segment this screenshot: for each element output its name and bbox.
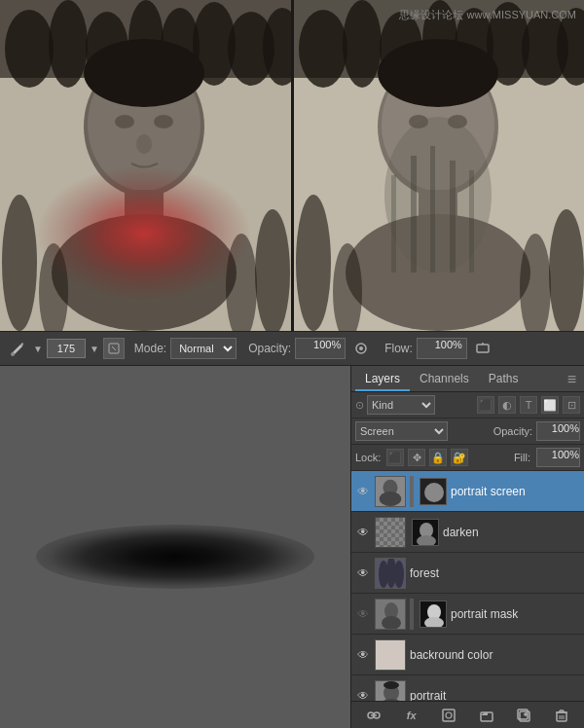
right-figure <box>294 0 585 331</box>
filter-adj-icon[interactable]: ◐ <box>498 396 516 414</box>
layer-name-portrait-mask: portrait mask <box>451 607 580 621</box>
svg-rect-88 <box>443 710 455 721</box>
svg-line-52 <box>112 346 116 350</box>
layer-row-portrait-mask[interactable]: 👁 portrait mask <box>351 594 584 635</box>
tab-layers[interactable]: Layers <box>355 368 410 391</box>
svg-point-59 <box>380 491 402 506</box>
left-figure <box>0 0 291 331</box>
svg-point-61 <box>424 483 444 502</box>
opacity-row-label: Opacity: <box>493 425 532 437</box>
svg-rect-66 <box>376 518 406 548</box>
layer-thumb-portrait-screen <box>375 476 406 507</box>
svg-point-18 <box>2 195 37 331</box>
layers-list: 👁 portrait screen <box>351 471 584 701</box>
fx-btn[interactable]: fx <box>401 705 422 726</box>
svg-rect-44 <box>391 175 396 273</box>
svg-point-26 <box>343 0 382 88</box>
svg-point-76 <box>382 616 401 630</box>
filter-icons: ⬛ ◐ T ⬜ ⊡ <box>477 396 580 414</box>
layer-opacity-input[interactable]: 100% <box>536 421 580 441</box>
layer-row-portrait-screen[interactable]: 👁 portrait screen <box>351 471 584 512</box>
layer-row-darken[interactable]: 👁 <box>351 512 584 553</box>
fill-value-input[interactable]: 100% <box>536 448 580 467</box>
layer-eye-portrait-screen[interactable]: 👁 <box>355 484 371 499</box>
layers-bottom-toolbar: fx <box>351 701 584 728</box>
layer-row-bg-color[interactable]: 👁 backround color <box>351 635 584 675</box>
lock-all-btn[interactable]: 🔒 <box>429 449 447 466</box>
svg-point-46 <box>296 195 331 331</box>
layers-panel-menu[interactable]: ≡ <box>564 369 580 390</box>
filter-pixel-icon[interactable]: ⬛ <box>477 396 494 414</box>
svg-point-35 <box>378 39 498 107</box>
layer-mask-thumb-darken <box>412 519 439 546</box>
layer-name-darken: darken <box>443 526 580 539</box>
brush-dropdown-arrow[interactable]: ▼ <box>33 344 43 354</box>
tab-channels[interactable]: Channels <box>410 368 479 391</box>
canvas-area[interactable] <box>0 366 350 728</box>
lock-position-btn[interactable]: ✥ <box>408 449 425 466</box>
brush-tool-icon[interactable] <box>6 337 29 360</box>
svg-point-17 <box>136 134 152 154</box>
new-layer-btn[interactable] <box>513 705 534 726</box>
opacity-value[interactable]: 100% <box>295 338 346 359</box>
layers-panel: Layers Channels Paths ≡ ⊙ Kind ⬛ ◐ T ⬜ ⊡… <box>350 366 584 728</box>
svg-rect-42 <box>430 146 435 273</box>
blend-mode-select[interactable]: Screen Normal Multiply Overlay Darken <box>355 421 448 441</box>
layers-tabs: Layers Channels Paths ≡ <box>351 366 584 392</box>
brush-options-icon[interactable] <box>103 338 125 359</box>
layer-eye-darken[interactable]: 👁 <box>355 525 371 540</box>
filter-shape-icon[interactable]: ⬜ <box>541 396 559 414</box>
layer-thumb-portrait <box>375 680 406 702</box>
lock-pixels-btn[interactable]: ⬛ <box>386 449 404 466</box>
svg-point-15 <box>115 115 134 128</box>
svg-point-19 <box>255 209 290 331</box>
svg-rect-45 <box>469 170 474 273</box>
svg-point-25 <box>299 10 347 88</box>
search-icon: ⊙ <box>355 399 364 412</box>
mode-select[interactable]: Normal Multiply Screen Overlay <box>170 338 237 359</box>
svg-rect-55 <box>477 345 489 352</box>
watermark: 思缘设计论坛 www.MISSYUAN.COM <box>399 8 576 22</box>
layer-thumb-forest <box>375 558 406 589</box>
tab-paths[interactable]: Paths <box>479 368 529 391</box>
tablet-pressure-icon[interactable] <box>471 337 494 360</box>
layer-eye-forest[interactable]: 👁 <box>355 565 371 581</box>
flow-value[interactable]: 100% <box>417 338 467 359</box>
svg-point-47 <box>549 209 584 331</box>
add-mask-btn[interactable] <box>438 705 459 726</box>
filter-type-icon[interactable]: T <box>520 396 537 414</box>
layer-eye-bg-color[interactable]: 👁 <box>355 647 371 663</box>
lock-artboard-btn[interactable]: 🔐 <box>451 449 468 466</box>
layer-eye-portrait-mask[interactable]: 👁 <box>355 606 371 622</box>
brush-size-arrow[interactable]: ▼ <box>90 344 99 354</box>
brush-stroke-blob <box>36 525 314 589</box>
svg-point-3 <box>49 0 88 88</box>
brush-size-value[interactable]: 175 <box>47 339 86 358</box>
link-layers-btn[interactable] <box>363 705 384 726</box>
svg-point-22 <box>37 165 251 302</box>
layer-eye-portrait[interactable]: 👁 <box>355 688 371 702</box>
right-portrait-svg <box>294 0 585 331</box>
flow-label: Flow: <box>384 342 413 355</box>
svg-point-84 <box>383 681 399 689</box>
layer-chain-portrait-screen <box>410 476 414 507</box>
layer-row-portrait[interactable]: 👁 portrait <box>351 675 584 701</box>
layer-name-portrait: portrait <box>410 689 580 702</box>
layer-mask-thumb-portrait-mask <box>420 601 447 628</box>
left-image-panel <box>0 0 291 331</box>
svg-point-89 <box>446 712 452 718</box>
filter-row: ⊙ Kind ⬛ ◐ T ⬜ ⊡ <box>351 392 584 419</box>
layer-thumb-bg-color <box>375 639 406 671</box>
filter-smart-icon[interactable]: ⊡ <box>563 396 580 414</box>
airbrush-icon[interactable] <box>349 337 373 360</box>
photoshop-toolbar: ▼ 175 ▼ Mode: Normal Multiply Screen Ove… <box>0 331 584 366</box>
new-group-btn[interactable] <box>476 705 497 726</box>
svg-rect-41 <box>411 156 417 273</box>
svg-point-73 <box>394 561 404 588</box>
lock-row: Lock: ⬛ ✥ 🔒 🔐 Fill: 100% <box>351 445 584 471</box>
layer-thumb-portrait-mask <box>375 599 406 630</box>
delete-layer-btn[interactable] <box>551 705 572 726</box>
svg-point-12 <box>84 39 204 107</box>
layer-row-forest[interactable]: 👁 forest <box>351 553 584 594</box>
filter-select[interactable]: Kind <box>367 395 435 415</box>
